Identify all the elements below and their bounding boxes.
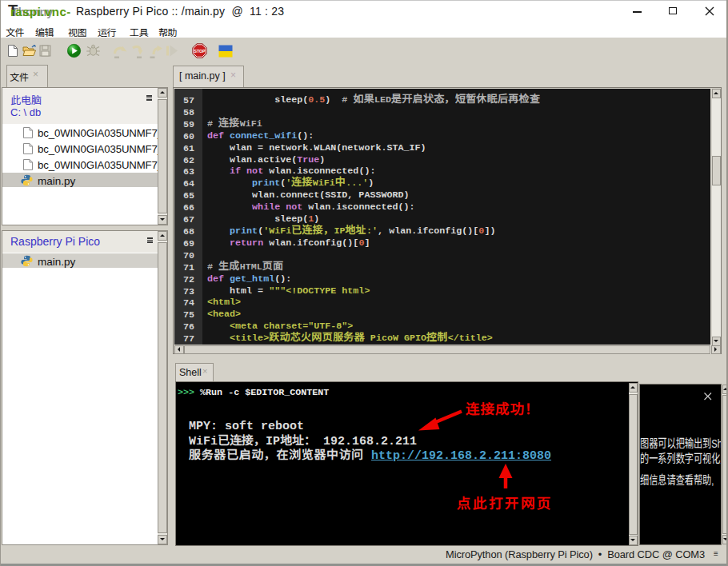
svg-text:STOP: STOP [194, 49, 206, 54]
